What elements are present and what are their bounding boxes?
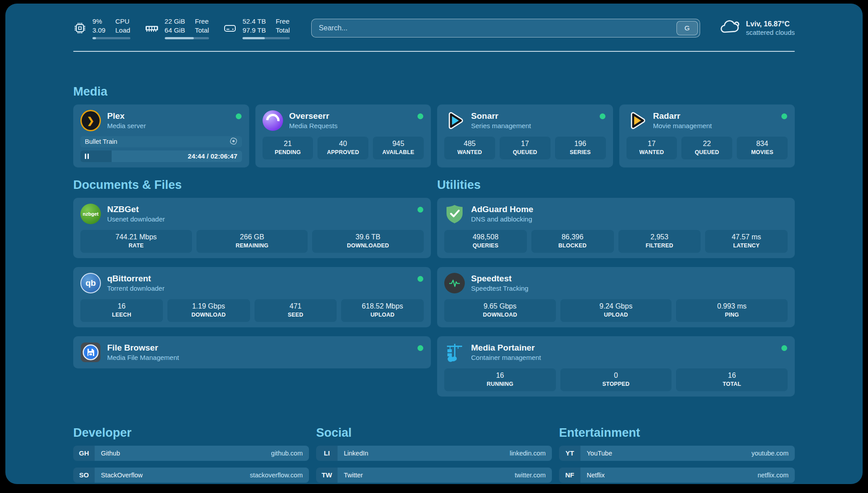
- pause-icon[interactable]: [85, 154, 89, 159]
- bookmark-abbr: YT: [559, 446, 580, 461]
- stat-latency: 47.57 ms LATENCY: [705, 230, 788, 253]
- search-input[interactable]: [311, 19, 700, 38]
- card-sonarr[interactable]: Sonarr Series management 485 WANTED 17 Q…: [437, 104, 613, 167]
- bookmark-url: netflix.com: [758, 472, 789, 479]
- card-title-overseerr: Overseerr: [289, 111, 338, 121]
- dashboard-panel: 9% 3.09 CPU Load: [5, 4, 863, 484]
- speedtest-logo-icon: [444, 273, 465, 293]
- card-title-sonarr: Sonarr: [471, 111, 531, 121]
- stat-blocked: 86,396 BLOCKED: [531, 230, 614, 253]
- bookmark-name: LinkedIn: [344, 450, 368, 457]
- card-subtitle-qbittorrent: Torrent downloader: [107, 284, 164, 292]
- stat-upload: 618.52 Mbps UPLOAD: [341, 299, 424, 322]
- stat-series: 196 SERIES: [555, 137, 606, 159]
- status-dot: [417, 207, 423, 213]
- card-subtitle-nzbget: Usenet downloader: [107, 215, 165, 223]
- bookmark-stackoverflow[interactable]: SO StackOverflow stackoverflow.com: [73, 468, 309, 483]
- bookmark-url: github.com: [271, 450, 303, 457]
- qbittorrent-logo-icon: qb: [80, 273, 101, 293]
- card-title-portainer: Media Portainer: [471, 343, 541, 353]
- card-subtitle-speedtest: Speedtest Tracking: [471, 284, 528, 292]
- cpu-widget: 9% 3.09 CPU Load: [73, 17, 130, 39]
- card-title-plex: Plex: [107, 111, 146, 121]
- stat-movies: 834 MOVIES: [737, 137, 788, 159]
- weather-widget[interactable]: Lviv, 16.87°C scattered clouds: [720, 19, 795, 37]
- disk-total-value: 97.9 TB: [242, 26, 266, 35]
- card-radarr[interactable]: Radarr Movie management 17 WANTED 22 QUE…: [619, 104, 795, 167]
- card-subtitle-sonarr: Series management: [471, 122, 531, 130]
- card-subtitle-radarr: Movie management: [653, 122, 712, 130]
- search-provider-button[interactable]: G: [676, 21, 698, 35]
- status-dot: [417, 345, 423, 351]
- stat-approved: 40 APPROVED: [317, 137, 368, 159]
- card-title-radarr: Radarr: [653, 111, 712, 121]
- overseerr-logo-icon: [263, 110, 283, 131]
- stat-leech: 16 LEECH: [80, 299, 163, 322]
- stat-downloaded: 39.6 TB DOWNLOADED: [312, 230, 424, 253]
- radarr-logo-icon: [626, 110, 647, 131]
- stat-wanted: 17 WANTED: [626, 137, 677, 159]
- status-dot: [417, 276, 423, 282]
- stat-running: 16 RUNNING: [444, 368, 556, 391]
- stat-stopped: 0 STOPPED: [560, 368, 672, 391]
- cpu-icon: [73, 21, 87, 35]
- bookmark-abbr: TW: [316, 468, 338, 483]
- section-title-social: Social: [316, 426, 552, 440]
- memory-total-label: Total: [195, 26, 209, 35]
- stat-queued: 17 QUEUED: [500, 137, 551, 159]
- stat-download: 1.19 Gbps DOWNLOAD: [167, 299, 250, 322]
- bookmark-url: linkedin.com: [509, 450, 546, 457]
- card-title-adguard: AdGuard Home: [471, 205, 533, 214]
- card-filebrowser[interactable]: File Browser Media File Management: [73, 336, 431, 368]
- stat-remaining: 266 GB REMAINING: [196, 230, 308, 253]
- cpu-usage-label: CPU: [115, 17, 130, 26]
- card-portainer[interactable]: Media Portainer Container management 16 …: [437, 336, 795, 397]
- bookmark-url: stackoverflow.com: [250, 472, 303, 479]
- card-title-filebrowser: File Browser: [107, 343, 179, 353]
- section-title-utilities: Utilities: [437, 178, 795, 192]
- now-playing-row: Bullet Train: [80, 136, 242, 147]
- memory-icon: [145, 21, 159, 35]
- bookmark-name: Twitter: [344, 472, 363, 479]
- card-overseerr[interactable]: Overseerr Media Requests 21 PENDING 40 A…: [255, 104, 431, 167]
- section-title-media: Media: [73, 85, 795, 99]
- bookmark-twitter[interactable]: TW Twitter twitter.com: [316, 468, 552, 483]
- bookmark-url: youtube.com: [751, 450, 789, 457]
- bookmark-name: Netflix: [587, 472, 605, 479]
- weather-condition: scattered clouds: [746, 29, 795, 36]
- stat-total: 16 TOTAL: [676, 368, 788, 391]
- adguard-logo-icon: [444, 204, 465, 224]
- card-subtitle-filebrowser: Media File Management: [107, 354, 179, 361]
- bookmark-linkedin[interactable]: LI LinkedIn linkedin.com: [316, 446, 552, 461]
- card-nzbget[interactable]: nzbget NZBGet Usenet downloader 744.21 M…: [73, 198, 431, 258]
- bookmark-github[interactable]: GH Github github.com: [73, 446, 309, 461]
- stat-download: 9.65 Gbps DOWNLOAD: [444, 299, 556, 322]
- memory-progress-bar: [165, 37, 209, 39]
- stat-upload: 9.24 Gbps UPLOAD: [560, 299, 672, 322]
- video-session-icon: [230, 137, 238, 146]
- cpu-load-label: Load: [115, 26, 130, 35]
- bookmark-abbr: GH: [73, 446, 95, 461]
- plex-logo-icon: ❯: [80, 110, 101, 131]
- header-divider: [73, 51, 795, 52]
- stat-available: 945 AVAILABLE: [373, 137, 424, 159]
- bookmark-netflix[interactable]: NF Netflix netflix.com: [559, 468, 795, 483]
- card-subtitle-overseerr: Media Requests: [289, 122, 338, 130]
- section-title-developer: Developer: [73, 426, 309, 440]
- stat-queries: 498,508 QUERIES: [444, 230, 527, 253]
- card-adguard[interactable]: AdGuard Home DNS and adblocking 498,508 …: [437, 198, 795, 258]
- stat-queued: 22 QUEUED: [681, 137, 732, 159]
- card-speedtest[interactable]: Speedtest Speedtest Tracking 9.65 Gbps D…: [437, 267, 795, 327]
- card-subtitle-adguard: DNS and adblocking: [471, 215, 533, 223]
- card-qbittorrent[interactable]: qb qBittorrent Torrent downloader 16 LEE…: [73, 267, 431, 327]
- cloud-icon: [720, 19, 740, 37]
- disk-icon: [223, 21, 237, 35]
- bookmark-abbr: NF: [559, 468, 580, 483]
- filebrowser-logo-icon: [80, 342, 101, 363]
- stat-wanted: 485 WANTED: [444, 137, 495, 159]
- status-dot: [236, 113, 242, 119]
- disk-free-value: 52.4 TB: [242, 17, 266, 26]
- bookmark-name: Github: [101, 450, 120, 457]
- bookmark-youtube[interactable]: YT YouTube youtube.com: [559, 446, 795, 461]
- card-plex[interactable]: ❯ Plex Media server Bullet Train: [73, 104, 249, 167]
